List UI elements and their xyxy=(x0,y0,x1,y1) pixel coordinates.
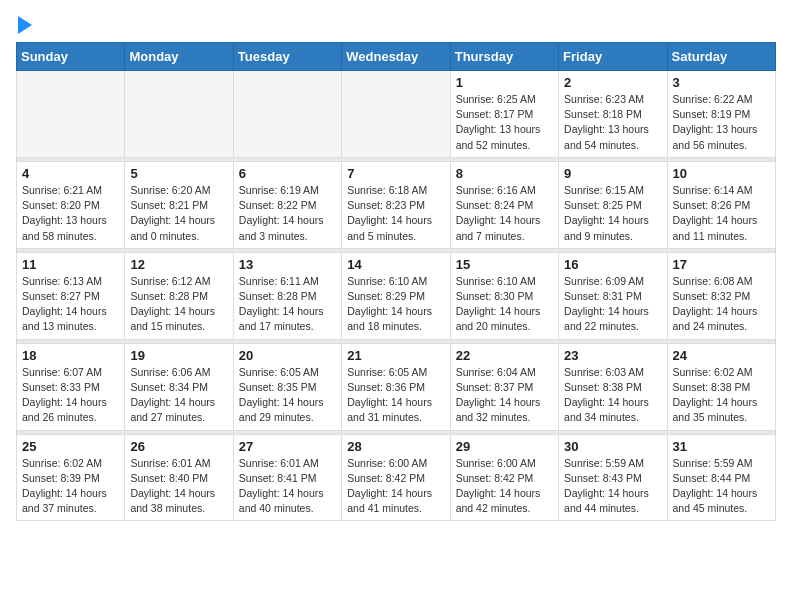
calendar-cell: 25Sunrise: 6:02 AMSunset: 8:39 PMDayligh… xyxy=(17,434,125,521)
weekday-header: Thursday xyxy=(450,43,558,71)
day-number: 20 xyxy=(239,348,336,363)
calendar-cell xyxy=(125,71,233,158)
day-info: Sunrise: 6:03 AMSunset: 8:38 PMDaylight:… xyxy=(564,365,661,426)
day-number: 7 xyxy=(347,166,444,181)
day-number: 23 xyxy=(564,348,661,363)
calendar-cell: 26Sunrise: 6:01 AMSunset: 8:40 PMDayligh… xyxy=(125,434,233,521)
day-info: Sunrise: 6:18 AMSunset: 8:23 PMDaylight:… xyxy=(347,183,444,244)
calendar-cell: 18Sunrise: 6:07 AMSunset: 8:33 PMDayligh… xyxy=(17,343,125,430)
calendar-cell: 27Sunrise: 6:01 AMSunset: 8:41 PMDayligh… xyxy=(233,434,341,521)
calendar-cell: 3Sunrise: 6:22 AMSunset: 8:19 PMDaylight… xyxy=(667,71,775,158)
calendar-cell: 9Sunrise: 6:15 AMSunset: 8:25 PMDaylight… xyxy=(559,161,667,248)
calendar-week-row: 4Sunrise: 6:21 AMSunset: 8:20 PMDaylight… xyxy=(17,161,776,248)
calendar-cell: 5Sunrise: 6:20 AMSunset: 8:21 PMDaylight… xyxy=(125,161,233,248)
weekday-header: Sunday xyxy=(17,43,125,71)
day-info: Sunrise: 6:16 AMSunset: 8:24 PMDaylight:… xyxy=(456,183,553,244)
calendar-cell: 10Sunrise: 6:14 AMSunset: 8:26 PMDayligh… xyxy=(667,161,775,248)
day-number: 22 xyxy=(456,348,553,363)
calendar-cell: 28Sunrise: 6:00 AMSunset: 8:42 PMDayligh… xyxy=(342,434,450,521)
day-info: Sunrise: 6:00 AMSunset: 8:42 PMDaylight:… xyxy=(347,456,444,517)
day-info: Sunrise: 6:09 AMSunset: 8:31 PMDaylight:… xyxy=(564,274,661,335)
day-info: Sunrise: 6:25 AMSunset: 8:17 PMDaylight:… xyxy=(456,92,553,153)
page-header xyxy=(16,16,776,30)
logo-arrow-icon xyxy=(18,16,32,34)
day-info: Sunrise: 6:01 AMSunset: 8:40 PMDaylight:… xyxy=(130,456,227,517)
day-number: 30 xyxy=(564,439,661,454)
calendar-cell: 30Sunrise: 5:59 AMSunset: 8:43 PMDayligh… xyxy=(559,434,667,521)
day-number: 4 xyxy=(22,166,119,181)
calendar-cell: 31Sunrise: 5:59 AMSunset: 8:44 PMDayligh… xyxy=(667,434,775,521)
calendar-cell: 20Sunrise: 6:05 AMSunset: 8:35 PMDayligh… xyxy=(233,343,341,430)
day-info: Sunrise: 6:12 AMSunset: 8:28 PMDaylight:… xyxy=(130,274,227,335)
day-number: 31 xyxy=(673,439,770,454)
calendar-cell: 23Sunrise: 6:03 AMSunset: 8:38 PMDayligh… xyxy=(559,343,667,430)
calendar-cell xyxy=(233,71,341,158)
day-number: 21 xyxy=(347,348,444,363)
calendar-cell: 2Sunrise: 6:23 AMSunset: 8:18 PMDaylight… xyxy=(559,71,667,158)
day-number: 11 xyxy=(22,257,119,272)
day-number: 2 xyxy=(564,75,661,90)
calendar-header-row: SundayMondayTuesdayWednesdayThursdayFrid… xyxy=(17,43,776,71)
day-number: 14 xyxy=(347,257,444,272)
day-info: Sunrise: 5:59 AMSunset: 8:44 PMDaylight:… xyxy=(673,456,770,517)
calendar-cell: 17Sunrise: 6:08 AMSunset: 8:32 PMDayligh… xyxy=(667,252,775,339)
day-number: 5 xyxy=(130,166,227,181)
day-info: Sunrise: 6:08 AMSunset: 8:32 PMDaylight:… xyxy=(673,274,770,335)
weekday-header: Wednesday xyxy=(342,43,450,71)
calendar-week-row: 18Sunrise: 6:07 AMSunset: 8:33 PMDayligh… xyxy=(17,343,776,430)
day-info: Sunrise: 6:02 AMSunset: 8:39 PMDaylight:… xyxy=(22,456,119,517)
day-number: 17 xyxy=(673,257,770,272)
day-number: 9 xyxy=(564,166,661,181)
calendar-cell: 24Sunrise: 6:02 AMSunset: 8:38 PMDayligh… xyxy=(667,343,775,430)
day-number: 15 xyxy=(456,257,553,272)
day-number: 25 xyxy=(22,439,119,454)
day-info: Sunrise: 6:14 AMSunset: 8:26 PMDaylight:… xyxy=(673,183,770,244)
day-info: Sunrise: 6:20 AMSunset: 8:21 PMDaylight:… xyxy=(130,183,227,244)
day-number: 1 xyxy=(456,75,553,90)
day-number: 19 xyxy=(130,348,227,363)
day-info: Sunrise: 6:01 AMSunset: 8:41 PMDaylight:… xyxy=(239,456,336,517)
logo xyxy=(16,16,32,30)
calendar-cell: 8Sunrise: 6:16 AMSunset: 8:24 PMDaylight… xyxy=(450,161,558,248)
calendar-cell xyxy=(342,71,450,158)
calendar-cell: 1Sunrise: 6:25 AMSunset: 8:17 PMDaylight… xyxy=(450,71,558,158)
calendar-cell: 13Sunrise: 6:11 AMSunset: 8:28 PMDayligh… xyxy=(233,252,341,339)
calendar-cell: 29Sunrise: 6:00 AMSunset: 8:42 PMDayligh… xyxy=(450,434,558,521)
day-number: 26 xyxy=(130,439,227,454)
day-number: 24 xyxy=(673,348,770,363)
day-info: Sunrise: 6:05 AMSunset: 8:36 PMDaylight:… xyxy=(347,365,444,426)
calendar-cell: 19Sunrise: 6:06 AMSunset: 8:34 PMDayligh… xyxy=(125,343,233,430)
day-info: Sunrise: 6:19 AMSunset: 8:22 PMDaylight:… xyxy=(239,183,336,244)
calendar-cell: 6Sunrise: 6:19 AMSunset: 8:22 PMDaylight… xyxy=(233,161,341,248)
calendar-cell: 4Sunrise: 6:21 AMSunset: 8:20 PMDaylight… xyxy=(17,161,125,248)
calendar-cell: 22Sunrise: 6:04 AMSunset: 8:37 PMDayligh… xyxy=(450,343,558,430)
calendar-cell: 7Sunrise: 6:18 AMSunset: 8:23 PMDaylight… xyxy=(342,161,450,248)
day-number: 10 xyxy=(673,166,770,181)
day-number: 27 xyxy=(239,439,336,454)
calendar-cell xyxy=(17,71,125,158)
calendar-cell: 21Sunrise: 6:05 AMSunset: 8:36 PMDayligh… xyxy=(342,343,450,430)
day-info: Sunrise: 6:05 AMSunset: 8:35 PMDaylight:… xyxy=(239,365,336,426)
day-info: Sunrise: 6:10 AMSunset: 8:29 PMDaylight:… xyxy=(347,274,444,335)
calendar-cell: 12Sunrise: 6:12 AMSunset: 8:28 PMDayligh… xyxy=(125,252,233,339)
weekday-header: Tuesday xyxy=(233,43,341,71)
calendar-cell: 14Sunrise: 6:10 AMSunset: 8:29 PMDayligh… xyxy=(342,252,450,339)
day-number: 12 xyxy=(130,257,227,272)
calendar-week-row: 1Sunrise: 6:25 AMSunset: 8:17 PMDaylight… xyxy=(17,71,776,158)
day-info: Sunrise: 6:10 AMSunset: 8:30 PMDaylight:… xyxy=(456,274,553,335)
day-number: 29 xyxy=(456,439,553,454)
calendar-cell: 15Sunrise: 6:10 AMSunset: 8:30 PMDayligh… xyxy=(450,252,558,339)
day-info: Sunrise: 5:59 AMSunset: 8:43 PMDaylight:… xyxy=(564,456,661,517)
day-number: 3 xyxy=(673,75,770,90)
day-number: 6 xyxy=(239,166,336,181)
weekday-header: Friday xyxy=(559,43,667,71)
calendar-cell: 16Sunrise: 6:09 AMSunset: 8:31 PMDayligh… xyxy=(559,252,667,339)
day-info: Sunrise: 6:06 AMSunset: 8:34 PMDaylight:… xyxy=(130,365,227,426)
calendar-week-row: 11Sunrise: 6:13 AMSunset: 8:27 PMDayligh… xyxy=(17,252,776,339)
day-number: 28 xyxy=(347,439,444,454)
calendar-week-row: 25Sunrise: 6:02 AMSunset: 8:39 PMDayligh… xyxy=(17,434,776,521)
weekday-header: Saturday xyxy=(667,43,775,71)
day-info: Sunrise: 6:07 AMSunset: 8:33 PMDaylight:… xyxy=(22,365,119,426)
calendar-table: SundayMondayTuesdayWednesdayThursdayFrid… xyxy=(16,42,776,521)
calendar-cell: 11Sunrise: 6:13 AMSunset: 8:27 PMDayligh… xyxy=(17,252,125,339)
